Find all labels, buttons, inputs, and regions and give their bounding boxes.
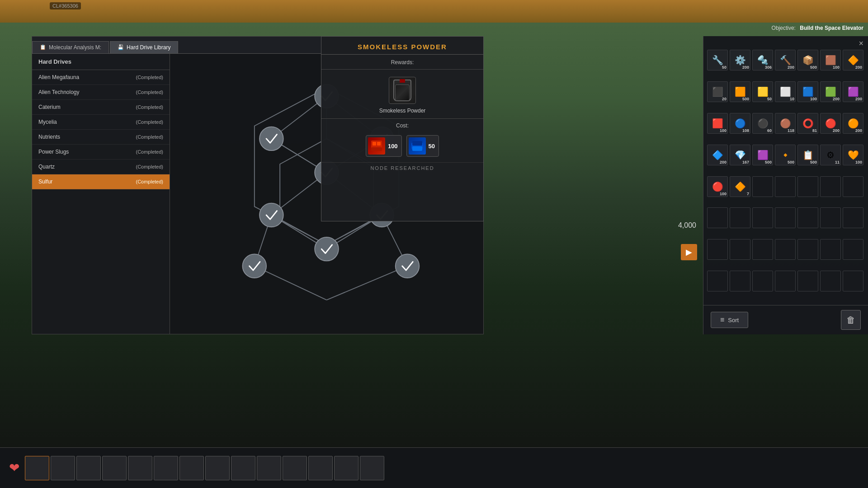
hotbar-slot-3[interactable] — [102, 456, 127, 480]
sidebar-item-quartz[interactable]: Quartz (Completed) — [32, 160, 170, 174]
hotbar-slot-13[interactable] — [360, 456, 384, 480]
node-researched-status: NODE RESEARCHED — [321, 162, 483, 173]
inventory-slot-19[interactable]: 🔴200 — [820, 113, 841, 134]
hotbar-slot-7[interactable] — [205, 456, 230, 480]
inventory-slot-32[interactable] — [797, 176, 818, 197]
sort-button[interactable]: ≡ Sort — [711, 312, 748, 328]
inventory-slot-31[interactable] — [775, 176, 796, 197]
slot-count-29: 7 — [747, 192, 749, 196]
arrow-button[interactable]: ▶ — [681, 244, 697, 260]
inventory-slot-11[interactable]: 🟦100 — [797, 81, 818, 102]
sidebar-item-mycelia[interactable]: Mycelia (Completed) — [32, 115, 170, 130]
inventory-slot-23[interactable]: 🟪500 — [752, 145, 773, 165]
inventory-slot-21[interactable]: 🔷200 — [707, 145, 728, 165]
inventory-slot-9[interactable]: 🟨50 — [752, 81, 773, 102]
inventory-slot-12[interactable]: 🟩200 — [820, 81, 841, 102]
inventory-slot-10[interactable]: ⬜10 — [775, 81, 796, 102]
inventory-slot-41[interactable] — [843, 207, 863, 228]
inventory-slot-42[interactable] — [707, 239, 728, 260]
hotbar-slot-1[interactable] — [51, 456, 75, 480]
inventory-slot-48[interactable] — [843, 239, 863, 260]
slot-count-28: 100 — [720, 192, 726, 196]
hotbar-slot-5[interactable] — [154, 456, 178, 480]
inventory-slot-40[interactable] — [820, 207, 841, 228]
inventory-slot-18[interactable]: ⭕81 — [797, 113, 818, 134]
inventory-slot-14[interactable]: 🟥100 — [707, 113, 728, 134]
trash-button[interactable]: 🗑 — [841, 310, 861, 330]
inventory-slot-8[interactable]: 🟧500 — [730, 81, 750, 102]
inventory-slot-35[interactable] — [707, 207, 728, 228]
slot-count-15: 108 — [742, 128, 749, 133]
inventory-slot-1[interactable]: ⚙️200 — [730, 50, 750, 70]
sidebar-item-alien-megafauna[interactable]: Alien Megafauna (Completed) — [32, 70, 170, 85]
inventory-slot-43[interactable] — [730, 239, 750, 260]
inventory-slot-25[interactable]: 📋500 — [797, 145, 818, 165]
sidebar-item-status: (Completed) — [136, 89, 163, 95]
inventory-slot-54[interactable] — [820, 271, 841, 291]
inventory-slot-2[interactable]: 🔩306 — [752, 50, 773, 70]
inventory-slot-34[interactable] — [843, 176, 863, 197]
inventory-slot-29[interactable]: 🔶7 — [730, 176, 750, 197]
inventory-slot-4[interactable]: 📦500 — [797, 50, 818, 70]
sidebar-item-sulfur[interactable]: Sulfur (Completed) — [32, 174, 170, 189]
inventory-slot-7[interactable]: ⬛20 — [707, 81, 728, 102]
sidebar-item-alien-technology[interactable]: Alien Technology (Completed) — [32, 85, 170, 100]
inventory-slot-33[interactable] — [820, 176, 841, 197]
inventory-slot-24[interactable]: 🔸500 — [775, 145, 796, 165]
inventory-slot-28[interactable]: 🔴100 — [707, 176, 728, 197]
inventory-slot-36[interactable] — [730, 207, 750, 228]
inventory-slot-52[interactable] — [775, 271, 796, 291]
inventory-slot-51[interactable] — [752, 271, 773, 291]
inventory-slot-13[interactable]: 🟪200 — [843, 81, 863, 102]
slot-count-4: 500 — [810, 65, 817, 70]
inventory-slot-5[interactable]: 🟫100 — [820, 50, 841, 70]
inventory-slot-53[interactable] — [797, 271, 818, 291]
bottle-top — [400, 79, 405, 83]
inventory-slot-26[interactable]: ⚙11 — [820, 145, 841, 165]
inventory-slot-22[interactable]: 💎167 — [730, 145, 750, 165]
inventory-slot-20[interactable]: 🟠200 — [843, 113, 863, 134]
inventory-slot-3[interactable]: 🔨200 — [775, 50, 796, 70]
inventory-slot-16[interactable]: ⚫60 — [752, 113, 773, 134]
close-button[interactable]: × — [859, 39, 863, 48]
hotbar-slot-2[interactable] — [76, 456, 101, 480]
inventory-slot-37[interactable] — [752, 207, 773, 228]
hotbar-slot-12[interactable] — [334, 456, 359, 480]
inventory-slot-6[interactable]: 🔶200 — [843, 50, 863, 70]
slot-count-22: 167 — [742, 160, 749, 164]
inventory-slot-49[interactable] — [707, 271, 728, 291]
arrow-icon: ▶ — [686, 247, 692, 257]
objective-text: Build the Space Elevator — [800, 25, 863, 31]
inventory-slot-17[interactable]: 🟤118 — [775, 113, 796, 134]
inventory-slot-30[interactable] — [752, 176, 773, 197]
hotbar-slot-6[interactable] — [179, 456, 204, 480]
inventory-slot-0[interactable]: 🔧50 — [707, 50, 728, 70]
hotbar-slot-10[interactable] — [283, 456, 307, 480]
inventory-slot-46[interactable] — [797, 239, 818, 260]
sidebar-item-power-slugs[interactable]: Power Slugs (Completed) — [32, 145, 170, 160]
hotbar-slot-4[interactable] — [128, 456, 152, 480]
inventory-slot-38[interactable] — [775, 207, 796, 228]
inventory-slot-44[interactable] — [752, 239, 773, 260]
inventory-slot-55[interactable] — [843, 271, 863, 291]
hotbar-slot-9[interactable] — [257, 456, 281, 480]
inventory-slot-39[interactable] — [797, 207, 818, 228]
inventory-slot-47[interactable] — [820, 239, 841, 260]
tab-molecular[interactable]: 📋 Molecular Analysis M: — [32, 41, 109, 53]
inventory-panel: × 🔧50⚙️200🔩306🔨200📦500🟫100🔶200⬛20🟧500🟨50… — [703, 36, 868, 334]
inventory-slot-45[interactable] — [775, 239, 796, 260]
sidebar-item-nutrients[interactable]: Nutrients (Completed) — [32, 130, 170, 145]
inventory-slot-15[interactable]: 🔵108 — [730, 113, 750, 134]
sidebar-item-caterium[interactable]: Caterium (Completed) — [32, 100, 170, 115]
sidebar-header: Hard Drives — [32, 54, 170, 70]
tab-hard-drive[interactable]: 💾 Hard Drive Library — [110, 41, 178, 53]
hotbar-slot-0[interactable] — [25, 456, 49, 480]
hotbar-slot-8[interactable] — [231, 456, 255, 480]
slot-count-21: 200 — [720, 160, 726, 164]
cost-icon-blue — [409, 137, 426, 155]
inventory-grid: 🔧50⚙️200🔩306🔨200📦500🟫100🔶200⬛20🟧500🟨50⬜1… — [703, 36, 868, 305]
hotbar-slot-11[interactable] — [308, 456, 333, 480]
inventory-slot-27[interactable]: 🧡100 — [843, 145, 863, 165]
inventory-slot-50[interactable] — [730, 271, 750, 291]
sidebar-item-name: Sulfur — [38, 178, 52, 185]
